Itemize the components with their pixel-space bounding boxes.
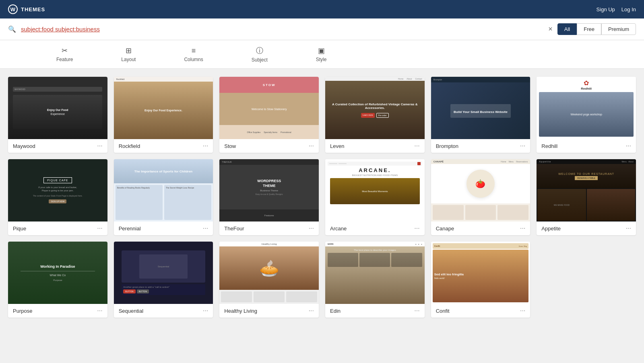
theme-more-canape[interactable]: ··· xyxy=(520,225,525,232)
theme-card-perennial[interactable]: The Importance of Sports for Children Be… xyxy=(114,159,213,235)
theme-footer-sequential: Sequential ··· xyxy=(114,304,213,318)
theme-name-canape: Canape xyxy=(436,226,454,232)
theme-card-appetite[interactable]: Appetite Menu About WELCOME TO OUR RESTA… xyxy=(537,159,636,235)
filter-tabs: ✂ Feature ⊞ Layout ≡ Columns ⓘ Subject ▣… xyxy=(0,40,644,69)
theme-preview-brompton: Brompton Build Your Small Business Websi… xyxy=(431,77,530,139)
theme-more-pique[interactable]: ··· xyxy=(97,225,102,232)
theme-more-edin[interactable]: ··· xyxy=(414,307,419,314)
theme-more-rockfield[interactable]: ··· xyxy=(203,142,208,150)
filter-premium-button[interactable]: Premium xyxy=(601,23,636,35)
theme-footer-arcane: Arcane ··· xyxy=(325,221,425,235)
theme-card-purpose[interactable]: Working In Paradise What We Co Purpose P… xyxy=(8,242,107,318)
search-input[interactable] xyxy=(21,26,543,33)
theme-card-leven[interactable]: Home About Contact A Curated Collection … xyxy=(325,77,425,153)
theme-card-arcane[interactable]: ARCANE. BIGGEST NUTRITION AND FOOD ITEMS… xyxy=(325,159,425,235)
wp-logo-text: W xyxy=(10,6,15,12)
header-right: Sign Up Log In xyxy=(597,6,636,12)
theme-footer-stow: Stow ··· xyxy=(219,139,319,153)
theme-footer-edin: Edin ··· xyxy=(325,304,425,318)
columns-icon: ≡ xyxy=(192,47,196,55)
theme-name-appetite: Appetite xyxy=(541,226,561,232)
theme-preview-confit: Confit Home Blog Sed elit leo fringilla … xyxy=(431,242,530,304)
theme-card-sequential[interactable]: Sequential Another great place to add a … xyxy=(114,242,213,318)
header-left: W THEMES xyxy=(8,4,45,14)
theme-name-edin: Edin xyxy=(330,308,341,314)
theme-more-leven[interactable]: ··· xyxy=(414,142,419,150)
theme-more-maywood[interactable]: ··· xyxy=(97,142,102,150)
theme-card-brompton[interactable]: Brompton Build Your Small Business Websi… xyxy=(431,77,530,153)
filter-all-button[interactable]: All xyxy=(557,23,577,35)
filter-buttons: All Free Premium xyxy=(557,23,636,35)
search-bar: 🔍 × All Free Premium xyxy=(0,18,644,40)
theme-card-healthyliving[interactable]: Healthy Living 🥧 Healthy Living ··· xyxy=(219,242,319,318)
theme-more-healthyliving[interactable]: ··· xyxy=(309,307,314,314)
theme-name-arcane: Arcane xyxy=(330,226,347,232)
theme-card-redhill[interactable]: ✿ Redhill Weekend yoga workshop Redhill … xyxy=(537,77,636,153)
theme-name-perennial: Perennial xyxy=(119,226,141,232)
theme-footer-rockfield: Rockfield ··· xyxy=(114,139,213,153)
theme-card-thefour[interactable]: THEFOUR WORDPRESSTHEME Business Theme Ea… xyxy=(219,159,319,235)
login-link[interactable]: Log In xyxy=(621,6,636,12)
layout-icon: ⊞ xyxy=(126,46,132,55)
theme-more-stow[interactable]: ··· xyxy=(309,142,314,150)
tab-layout[interactable]: ⊞ Layout xyxy=(97,41,160,68)
theme-card-stow[interactable]: STOW Welcome to Stow Stationery Office S… xyxy=(219,77,319,153)
theme-more-sequential[interactable]: ··· xyxy=(203,307,208,314)
filter-free-button[interactable]: Free xyxy=(577,23,601,35)
theme-name-pique: Pique xyxy=(13,226,26,232)
search-icon: 🔍 xyxy=(8,25,16,33)
theme-more-purpose[interactable]: ··· xyxy=(97,307,102,314)
theme-card-canape[interactable]: CANAPÉ Home Menu Reservations 🍅 Canape xyxy=(431,159,530,235)
theme-preview-redhill: ✿ Redhill Weekend yoga workshop xyxy=(537,77,636,139)
theme-preview-rockfield: Rockfield Enjoy Our Food Experience. xyxy=(114,77,213,139)
theme-name-brompton: Brompton xyxy=(436,143,458,149)
theme-more-brompton[interactable]: ··· xyxy=(520,142,525,150)
theme-preview-thefour: THEFOUR WORDPRESSTHEME Business Theme Ea… xyxy=(219,159,319,221)
theme-card-edin[interactable]: EDIN ● ● ● The best place to describe yo… xyxy=(325,242,425,318)
theme-footer-canape: Canape ··· xyxy=(431,221,530,235)
theme-name-thefour: TheFour xyxy=(224,226,244,232)
theme-card-maywood[interactable]: MAYWOOD Enjoy Our Food Experience Maywoo… xyxy=(8,77,107,153)
theme-more-arcane[interactable]: ··· xyxy=(414,225,419,232)
tab-feature[interactable]: ✂ Feature xyxy=(32,41,97,68)
header: W THEMES Sign Up Log In xyxy=(0,0,644,18)
theme-preview-edin: EDIN ● ● ● The best place to describe yo… xyxy=(325,242,425,304)
tab-style[interactable]: ▣ Style xyxy=(292,41,351,68)
theme-name-confit: Confit xyxy=(436,308,450,314)
theme-footer-thefour: TheFour ··· xyxy=(219,221,319,235)
theme-preview-maywood: MAYWOOD Enjoy Our Food Experience xyxy=(8,77,107,139)
theme-more-redhill[interactable]: ··· xyxy=(626,142,631,150)
theme-card-confit[interactable]: Confit Home Blog Sed elit leo fringilla … xyxy=(431,242,530,318)
theme-card-pique[interactable]: PIQUE CAFE If your cafe is your bread an… xyxy=(8,159,107,235)
signup-link[interactable]: Sign Up xyxy=(597,6,615,12)
theme-more-perennial[interactable]: ··· xyxy=(203,225,208,232)
theme-more-appetite[interactable]: ··· xyxy=(626,225,631,232)
tab-style-label: Style xyxy=(316,57,327,62)
theme-preview-sequential: Sequential Another great place to add a … xyxy=(114,242,213,304)
theme-preview-leven: Home About Contact A Curated Collection … xyxy=(325,77,425,139)
tab-layout-label: Layout xyxy=(121,57,136,62)
header-title: THEMES xyxy=(21,6,45,12)
theme-preview-stow: STOW Welcome to Stow Stationery Office S… xyxy=(219,77,319,139)
theme-footer-appetite: Appetite ··· xyxy=(537,221,636,235)
wp-logo: W xyxy=(8,4,18,14)
theme-preview-arcane: ARCANE. BIGGEST NUTRITION AND FOOD ITEMS… xyxy=(325,159,425,221)
clear-search-button[interactable]: × xyxy=(548,25,553,33)
theme-footer-leven: Leven ··· xyxy=(325,139,425,153)
theme-more-thefour[interactable]: ··· xyxy=(309,225,314,232)
theme-more-confit[interactable]: ··· xyxy=(520,307,525,314)
theme-footer-redhill: Redhill ··· xyxy=(537,139,636,153)
theme-preview-healthyliving: Healthy Living 🥧 xyxy=(219,242,319,304)
tab-feature-label: Feature xyxy=(56,57,73,62)
tab-subject[interactable]: ⓘ Subject xyxy=(227,40,292,68)
tab-columns[interactable]: ≡ Columns xyxy=(160,41,227,68)
theme-preview-appetite: Appetite Menu About WELCOME TO OUR RESTA… xyxy=(537,159,636,221)
theme-name-sequential: Sequential xyxy=(119,308,143,314)
theme-footer-maywood: Maywood ··· xyxy=(8,139,107,153)
theme-footer-healthyliving: Healthy Living ··· xyxy=(219,304,319,318)
theme-preview-canape: CANAPÉ Home Menu Reservations 🍅 xyxy=(431,159,530,221)
theme-card-rockfield[interactable]: Rockfield Enjoy Our Food Experience. Roc… xyxy=(114,77,213,153)
theme-preview-purpose: Working In Paradise What We Co Purpose xyxy=(8,242,107,304)
theme-name-stow: Stow xyxy=(224,143,236,149)
theme-footer-purpose: Purpose ··· xyxy=(8,304,107,318)
